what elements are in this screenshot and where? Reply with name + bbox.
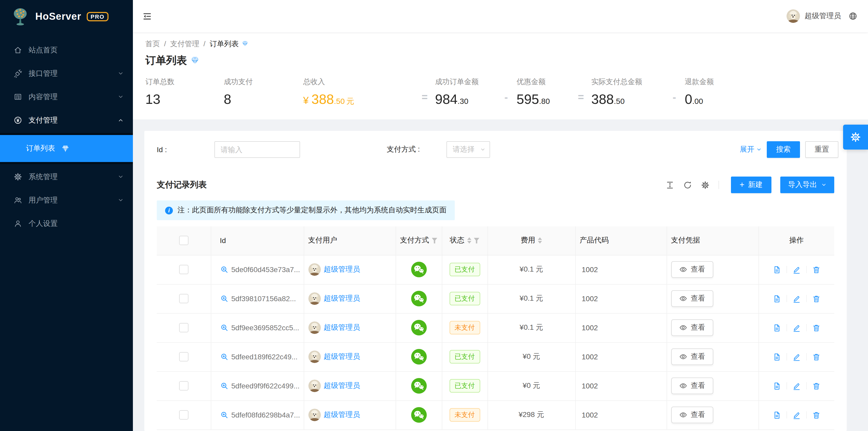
gear-icon <box>850 131 861 143</box>
user-link[interactable]: 超级管理员 <box>324 352 360 362</box>
edit-icon[interactable] <box>792 265 801 274</box>
view-proof-button[interactable]: 查看 <box>671 377 713 394</box>
delete-icon[interactable] <box>812 265 821 274</box>
sidebar: HoServer PRO 站点首页 接口管理 内容管理 支付管理 <box>0 0 133 431</box>
reset-button[interactable]: 重置 <box>805 141 838 158</box>
row-checkbox[interactable] <box>179 381 188 391</box>
yuan-circle-icon <box>13 116 22 125</box>
column-header-method: 支付方式 <box>400 236 429 245</box>
sidebar-item-order-list[interactable]: 订单列表 <box>0 135 133 162</box>
sidebar-item-system[interactable]: 系统管理 <box>0 165 133 188</box>
search-button[interactable]: 搜索 <box>767 141 800 158</box>
breadcrumb-payment[interactable]: 支付管理 <box>170 38 199 49</box>
pay-method-select[interactable]: 请选择 <box>446 141 490 158</box>
row-checkbox[interactable] <box>179 352 188 362</box>
sidebar-item-api[interactable]: 接口管理 <box>0 62 133 85</box>
user-link[interactable]: 超级管理员 <box>324 381 360 391</box>
stat-success-order-amount: 成功订单金额 984.30 <box>435 78 496 106</box>
document-icon[interactable] <box>773 323 781 332</box>
breadcrumb-separator: / <box>204 38 206 49</box>
product-code: 1002 <box>575 342 666 371</box>
wechat-pay-icon <box>411 291 427 306</box>
table-row: 5dfeed189f622c49... 超级管理员 已支付 ¥0 元 1002 … <box>157 342 834 371</box>
breadcrumb-home[interactable]: 首页 <box>145 38 160 49</box>
row-checkbox[interactable] <box>179 323 188 332</box>
delete-icon[interactable] <box>812 323 821 332</box>
list-toolbar: 支付记录列表 + 新建 导入导出 <box>157 177 834 193</box>
user-link[interactable]: 超级管理员 <box>324 294 360 303</box>
row-checkbox[interactable] <box>179 410 188 420</box>
sidebar-collapse-button[interactable] <box>139 8 155 24</box>
stat-total-income: 总收入 ¥ 388.50元 <box>303 78 414 106</box>
stat-discount-amount: 优惠金额 595.80 <box>517 78 570 106</box>
stat-refund-amount: 退款金额 0.00 <box>685 78 714 106</box>
wechat-pay-icon <box>411 349 427 365</box>
payment-submenu: 订单列表 <box>0 133 133 164</box>
chevron-down-icon <box>756 147 762 152</box>
home-icon <box>13 46 22 55</box>
document-icon[interactable] <box>773 265 781 274</box>
zoom-in-icon[interactable] <box>220 352 228 361</box>
zoom-in-icon[interactable] <box>220 295 228 303</box>
import-export-button[interactable]: 导入导出 <box>780 177 834 193</box>
edit-icon[interactable] <box>792 294 801 303</box>
edit-icon[interactable] <box>792 381 801 390</box>
table-row: 5df9ee3695852cc5... 超级管理员 未支付 ¥0.1 元 100… <box>157 313 834 342</box>
delete-icon[interactable] <box>812 352 821 361</box>
filter-funnel-icon[interactable] <box>432 238 437 244</box>
user-link[interactable]: 超级管理员 <box>324 265 360 274</box>
stat-operator: - <box>500 91 513 103</box>
row-checkbox[interactable] <box>179 265 188 274</box>
brand-logo[interactable]: HoServer PRO <box>0 0 133 33</box>
product-code: 1002 <box>575 371 666 400</box>
delete-icon[interactable] <box>812 410 821 419</box>
view-proof-button[interactable]: 查看 <box>671 261 713 278</box>
sidebar-item-profile[interactable]: 个人设置 <box>0 212 133 235</box>
column-header-ops: 操作 <box>789 236 804 245</box>
view-proof-button[interactable]: 查看 <box>671 290 713 307</box>
zoom-in-icon[interactable] <box>220 265 228 274</box>
row-height-icon[interactable] <box>665 180 674 189</box>
view-proof-button[interactable]: 查看 <box>671 407 713 423</box>
filter-bar: Id : 支付方式 : 请选择 展开 搜索 重置 <box>144 141 847 158</box>
eye-icon <box>679 411 687 419</box>
delete-icon[interactable] <box>812 294 821 303</box>
document-icon[interactable] <box>773 410 781 419</box>
stat-success-paid: 成功支付 8 <box>224 78 303 106</box>
id-filter-input[interactable] <box>214 141 300 158</box>
select-all-checkbox[interactable] <box>179 236 188 245</box>
sidebar-item-payment[interactable]: 支付管理 <box>0 109 133 132</box>
document-icon[interactable] <box>773 294 781 303</box>
delete-icon[interactable] <box>812 381 821 390</box>
edit-icon[interactable] <box>792 410 801 419</box>
user-link[interactable]: 超级管理员 <box>324 323 360 332</box>
user-link[interactable]: 超级管理员 <box>324 410 360 420</box>
view-proof-button[interactable]: 查看 <box>671 319 713 336</box>
language-switch-button[interactable] <box>848 11 858 21</box>
theme-settings-button[interactable] <box>843 125 868 150</box>
document-icon[interactable] <box>773 381 781 390</box>
edit-icon[interactable] <box>792 352 801 361</box>
avatar <box>308 409 320 421</box>
sort-carets-icon[interactable] <box>538 238 542 244</box>
new-record-button[interactable]: + 新建 <box>731 177 771 193</box>
fee-value: ¥0.1 元 <box>488 284 575 313</box>
zoom-in-icon[interactable] <box>220 324 228 332</box>
zoom-in-icon[interactable] <box>220 382 228 390</box>
sidebar-item-content[interactable]: 内容管理 <box>0 85 133 109</box>
row-checkbox[interactable] <box>179 294 188 303</box>
edit-icon[interactable] <box>792 323 801 332</box>
filter-funnel-icon[interactable] <box>474 238 479 244</box>
sidebar-item-home[interactable]: 站点首页 <box>0 38 133 62</box>
user-menu[interactable]: 超级管理员 <box>786 9 841 23</box>
expand-filters-link[interactable]: 展开 <box>740 145 762 154</box>
document-icon[interactable] <box>773 352 781 361</box>
pay-method-filter-label: 支付方式 : <box>387 145 439 154</box>
column-settings-gear-icon[interactable] <box>701 180 709 189</box>
sidebar-item-users[interactable]: 用户管理 <box>0 188 133 212</box>
refresh-icon[interactable] <box>683 180 692 189</box>
sort-carets-icon[interactable] <box>467 238 471 244</box>
zoom-in-icon[interactable] <box>220 411 228 419</box>
stat-operator: = <box>418 91 431 103</box>
view-proof-button[interactable]: 查看 <box>671 348 713 365</box>
